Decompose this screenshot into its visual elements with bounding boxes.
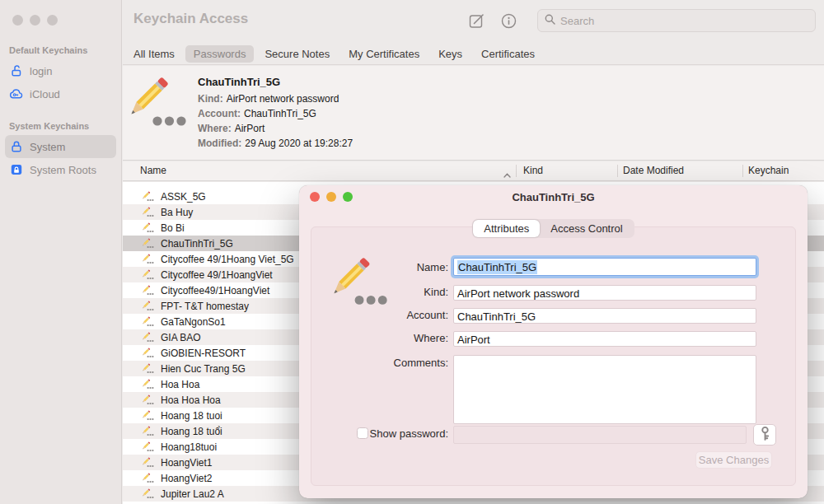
sidebar-item-system-roots[interactable]: System Roots [5,158,116,181]
unlock-icon [9,64,23,78]
key-icon [760,426,770,445]
row-label: Citycoffee 49/1HoangViet [161,269,273,281]
detail-field-label: Account: [198,108,241,119]
category-tabbar: All ItemsPasswordsSecure NotesMy Certifi… [123,44,824,65]
password-item-icon [143,457,154,469]
password-item-icon [143,222,154,234]
tab-passwords[interactable]: Passwords [185,45,255,63]
tab-secure-notes[interactable]: Secure Notes [265,48,330,60]
zoom-button[interactable] [47,15,58,26]
password-item-icon [143,191,154,203]
attributes-panel: Name: ChauTinhTri_5G Kind: AirPort netwo… [311,226,796,486]
password-item-icon [143,316,154,328]
window-controls [12,15,58,26]
row-label: FPT- T&T homestay [161,301,249,312]
detail-field-value: 29 Aug 2020 at 19:28:27 [245,138,353,149]
row-label: GIA BAO [161,332,201,343]
compose-icon [468,12,485,33]
tab-keys[interactable]: Keys [438,48,462,60]
row-label: Bo Bi [161,222,185,234]
sidebar-item-label: iCloud [30,88,60,100]
password-item-icon [143,488,154,500]
sort-ascending-icon [503,169,511,180]
row-label: HoangViet1 [161,457,213,469]
password-item-icon [143,269,154,281]
item-detail-header: ChauTinhTri_5G Kind:AirPort network pass… [123,66,824,161]
sidebar-item-login[interactable]: login [5,59,116,82]
password-assistant-button[interactable] [753,424,776,446]
sidebar-section-header: System Keychains [0,117,121,135]
name-field[interactable]: ChauTinhTri_5G [453,258,756,276]
sidebar-section-header: Default Keychains [0,41,121,59]
password-field[interactable] [453,426,747,444]
close-button[interactable] [12,15,23,26]
detail-field-label: Kind: [198,93,223,105]
password-item-icon [143,207,154,218]
comments-field[interactable] [453,355,756,424]
password-item-icon [143,379,154,390]
detail-field: Kind:AirPort network password [198,91,353,106]
row-label: ChauTinhTri_5G [161,238,233,250]
password-item-icon [143,473,154,484]
column-header-date-modified[interactable]: Date Modified [623,165,684,176]
sidebar-item-label: System [30,141,65,153]
password-item-icon [143,394,154,406]
comments-label: Comments: [344,357,448,369]
new-item-button[interactable] [466,12,486,32]
show-password-label: Show password: [344,427,448,440]
row-label: Hoa Hoa [161,379,199,390]
column-header-name[interactable]: Name [140,165,166,176]
row-label: HoangViet2 [161,473,213,484]
account-label: Account: [344,309,448,321]
detail-field-label: Where: [198,123,232,134]
row-label: Jupiter Lau2 A [161,488,224,500]
detail-fields: Kind:AirPort network passwordAccount:Cha… [198,91,353,151]
tab-all-items[interactable]: All Items [133,48,175,60]
password-pencil-icon [130,76,188,132]
detail-field: Where:AirPort [198,121,353,136]
password-item-icon [143,426,154,437]
save-changes-button[interactable]: Save Changes [695,451,772,469]
lock-icon [9,140,23,154]
password-item-icon [143,348,154,359]
sidebar-item-icloud[interactable]: iCloud [5,82,116,105]
window-title: Keychain Access [133,11,248,27]
dialog-tab-access-control[interactable]: Access Control [540,220,633,237]
detail-field: Account:ChauTinhTri_5G [198,106,353,121]
sidebar-sections: Default KeychainsloginiCloudSystem Keych… [0,41,121,181]
sidebar-item-system[interactable]: System [5,135,116,158]
column-divider[interactable] [516,165,517,177]
dialog-titlebar[interactable]: ChauTinhTri_5G [299,185,808,208]
get-info-button[interactable] [499,12,518,32]
account-field[interactable]: ChauTinhTri_5G [453,308,756,324]
search-input[interactable] [560,15,808,27]
detail-field-value: ChauTinhTri_5G [244,108,316,119]
column-header-keychain[interactable]: Keychain [748,165,789,176]
where-label: Where: [344,332,448,344]
kind-label: Kind: [344,286,448,298]
tab-my-certificates[interactable]: My Certificates [349,48,419,60]
detail-field-value: AirPort [235,123,265,134]
row-label: Ba Huy [161,207,193,218]
detail-field-value: AirPort network password [227,93,339,105]
lock-box-icon [9,163,23,177]
password-item-icon [143,441,154,453]
minimize-button[interactable] [30,15,40,26]
column-divider[interactable] [617,165,618,177]
where-field[interactable]: AirPort [453,331,756,347]
column-divider[interactable] [742,165,743,177]
column-header-kind[interactable]: Kind [523,165,543,176]
row-label: Hoang 18 tuoi [161,410,222,422]
kind-field[interactable]: AirPort network password [453,285,756,301]
search-field[interactable] [537,9,816,32]
name-label: Name: [344,261,448,273]
password-item-icon [143,410,154,422]
password-item-icon [143,238,154,250]
item-dialog: ChauTinhTri_5G AttributesAccess Control … [299,185,808,498]
sidebar-item-label: System Roots [30,164,96,176]
dialog-tab-attributes[interactable]: Attributes [473,220,540,237]
dialog-tabs: AttributesAccess Control [299,219,808,238]
tab-certificates[interactable]: Certificates [481,48,535,60]
dialog-title: ChauTinhTri_5G [299,191,808,203]
password-item-icon [143,363,154,375]
